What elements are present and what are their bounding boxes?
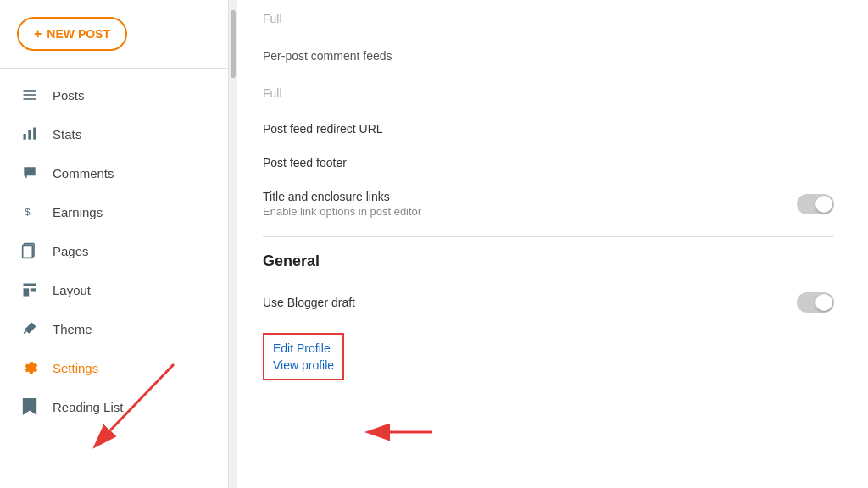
sidebar-item-settings[interactable]: Settings [0,348,228,387]
new-post-label: NEW POST [47,27,110,41]
setting-post-feed-footer: Post feed footer [263,146,834,180]
comments-label: Comments [53,166,114,180]
stats-icon [20,125,39,143]
plus-icon: + [34,26,42,42]
sidebar-item-earnings[interactable]: $ Earnings [0,192,228,231]
sidebar-item-layout[interactable]: Layout [0,270,228,309]
feed-row-full-2: Full [263,75,834,112]
settings-icon [20,358,39,377]
posts-label: Posts [53,88,85,103]
sidebar: + NEW POST Posts Stats Comments $ Earnin… [0,0,229,488]
earnings-label: Earnings [53,205,103,219]
post-feed-redirect-label: Post feed redirect URL [263,122,383,136]
svg-rect-1 [24,94,36,96]
general-section-title: General [263,252,834,270]
content-area: Full Per-post comment feeds Full Post fe… [237,0,868,488]
comments-icon [20,164,39,182]
stats-label: Stats [53,127,81,141]
section-divider [263,236,834,237]
layout-icon [20,280,39,299]
blogger-draft-toggle[interactable] [797,292,834,313]
pages-label: Pages [53,244,89,258]
layout-label: Layout [53,283,91,297]
post-feed-footer-label: Post feed footer [263,156,347,169]
pages-icon [20,241,39,260]
sidebar-item-comments[interactable]: Comments [0,153,228,192]
sidebar-item-reading-list[interactable]: Reading List [0,387,228,426]
profile-box: Edit Profile View profile [263,333,344,380]
svg-rect-5 [33,128,36,140]
profile-links-container: Edit Profile View profile [263,330,834,380]
svg-rect-11 [31,288,36,291]
feed-row-full-1: Full [263,0,834,37]
edit-profile-link[interactable]: Edit Profile [273,340,334,357]
theme-icon [20,319,39,338]
theme-label: Theme [53,322,92,336]
setting-post-feed-redirect: Post feed redirect URL [263,112,834,146]
svg-rect-3 [24,134,26,140]
svg-rect-10 [24,288,30,296]
title-enclosure-sublabel: Enable link options in post editor [263,205,421,218]
settings-label: Settings [53,361,98,375]
scrollbar-thumb[interactable] [231,10,236,78]
scrollbar-track[interactable] [229,0,237,488]
sidebar-item-pages[interactable]: Pages [0,231,228,270]
svg-rect-8 [23,245,33,258]
svg-rect-2 [24,98,36,100]
feed-row-per-post: Per-post comment feeds [263,37,834,75]
sidebar-item-posts[interactable]: Posts [0,75,228,114]
reading-list-label: Reading List [53,400,123,414]
posts-icon [20,86,39,104]
earnings-icon: $ [20,202,39,221]
title-enclosure-label: Title and enclosure links [263,190,421,203]
svg-rect-9 [24,284,36,286]
svg-marker-12 [23,398,36,415]
sidebar-divider [0,68,228,69]
reading-list-icon [20,397,39,416]
main-content: Full Per-post comment feeds Full Post fe… [229,0,868,488]
svg-rect-0 [24,90,36,92]
sidebar-item-theme[interactable]: Theme [0,309,228,348]
title-enclosure-toggle[interactable] [797,194,834,214]
setting-title-enclosure: Title and enclosure links Enable link op… [263,180,834,228]
svg-rect-4 [28,130,31,140]
blogger-draft-label: Use Blogger draft [263,296,355,309]
sidebar-item-stats[interactable]: Stats [0,114,228,153]
new-post-button[interactable]: + NEW POST [17,17,127,51]
svg-text:$: $ [25,206,31,217]
view-profile-link[interactable]: View profile [273,357,334,374]
setting-blogger-draft: Use Blogger draft [263,282,834,323]
